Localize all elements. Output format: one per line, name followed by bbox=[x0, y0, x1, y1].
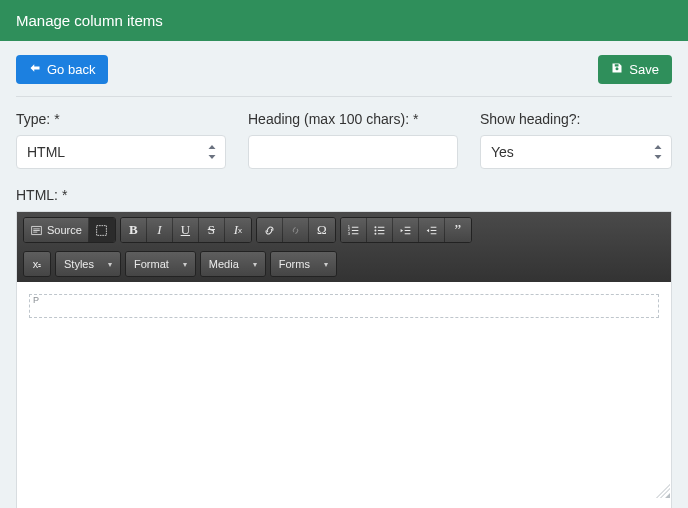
svg-point-5 bbox=[374, 229, 376, 231]
link-button[interactable] bbox=[257, 218, 283, 242]
type-select[interactable]: HTML bbox=[16, 135, 226, 169]
show-heading-field: Show heading?: Yes bbox=[480, 111, 672, 169]
save-button[interactable]: Save bbox=[598, 55, 672, 84]
show-heading-select[interactable]: Yes bbox=[480, 135, 672, 169]
save-icon bbox=[611, 62, 623, 77]
html-label: HTML: * bbox=[16, 187, 672, 203]
svg-point-4 bbox=[374, 226, 376, 228]
content-area: Go back Save Type: * HTML Heading (max 1… bbox=[0, 41, 688, 508]
form-row: Type: * HTML Heading (max 100 chars): * … bbox=[16, 111, 672, 169]
bullet-list-button[interactable] bbox=[367, 218, 393, 242]
remove-format-button[interactable]: Ix bbox=[225, 218, 251, 242]
show-heading-label: Show heading?: bbox=[480, 111, 672, 127]
styles-dropdown[interactable]: Styles▾ bbox=[56, 252, 120, 276]
action-bar: Go back Save bbox=[16, 55, 672, 97]
subscript-button[interactable]: x₂ bbox=[24, 252, 50, 276]
type-field: Type: * HTML bbox=[16, 111, 226, 169]
save-label: Save bbox=[629, 62, 659, 77]
unlink-button[interactable] bbox=[283, 218, 309, 242]
heading-input[interactable] bbox=[248, 135, 458, 169]
svg-text:3: 3 bbox=[348, 230, 351, 235]
forms-dropdown[interactable]: Forms▾ bbox=[271, 252, 336, 276]
show-blocks-button[interactable] bbox=[89, 218, 115, 242]
source-button[interactable]: Source bbox=[24, 218, 89, 242]
format-dropdown[interactable]: Format▾ bbox=[126, 252, 195, 276]
heading-label: Heading (max 100 chars): * bbox=[248, 111, 458, 127]
media-dropdown[interactable]: Media▾ bbox=[201, 252, 265, 276]
editor-toolbar: Source B I U S Ix Ω bbox=[17, 212, 671, 282]
bold-button[interactable]: B bbox=[121, 218, 147, 242]
svg-point-6 bbox=[374, 232, 376, 234]
resize-handle-icon[interactable] bbox=[656, 484, 670, 498]
svg-rect-0 bbox=[97, 225, 107, 235]
underline-button[interactable]: U bbox=[173, 218, 199, 242]
italic-button[interactable]: I bbox=[147, 218, 173, 242]
numbered-list-button[interactable]: 123 bbox=[341, 218, 367, 242]
indent-button[interactable] bbox=[419, 218, 445, 242]
go-back-button[interactable]: Go back bbox=[16, 55, 108, 84]
editor-body[interactable]: P bbox=[17, 282, 671, 508]
go-back-label: Go back bbox=[47, 62, 95, 77]
strike-button[interactable]: S bbox=[199, 218, 225, 242]
type-label: Type: * bbox=[16, 111, 226, 127]
outdent-button[interactable] bbox=[393, 218, 419, 242]
blockquote-button[interactable]: ” bbox=[445, 218, 471, 242]
heading-field: Heading (max 100 chars): * bbox=[248, 111, 458, 169]
arrow-left-icon bbox=[29, 62, 41, 77]
special-char-button[interactable]: Ω bbox=[309, 218, 335, 242]
html-editor: Source B I U S Ix Ω bbox=[16, 211, 672, 508]
page-title: Manage column items bbox=[16, 12, 163, 29]
editable-paragraph[interactable] bbox=[29, 294, 659, 318]
block-tag-indicator: P bbox=[33, 295, 39, 305]
page-header: Manage column items bbox=[0, 0, 688, 41]
